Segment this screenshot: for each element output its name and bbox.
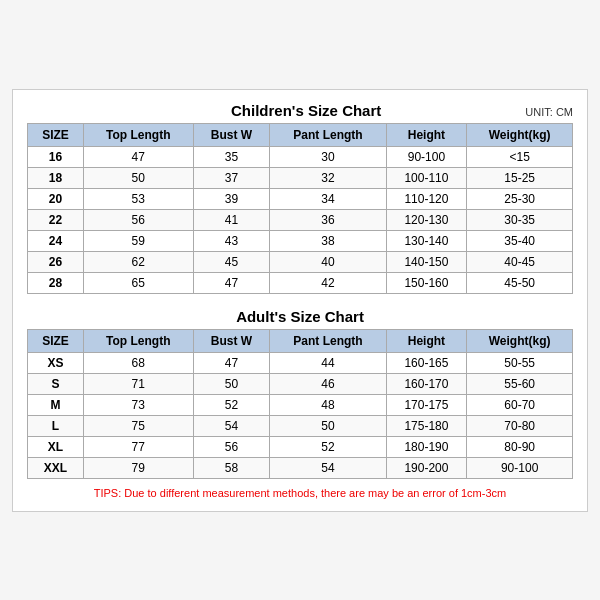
table-cell: 47 [193,352,270,373]
table-cell: 130-140 [386,230,467,251]
table-cell: 46 [270,373,386,394]
children-chart-title: Children's Size Chart [87,102,525,119]
adults-col-height: Height [386,329,467,352]
table-cell: 52 [193,394,270,415]
table-cell: 48 [270,394,386,415]
table-cell: 68 [84,352,193,373]
table-cell: 37 [193,167,270,188]
children-col-bustw: Bust W [193,123,270,146]
table-cell: 50 [193,373,270,394]
table-cell: 22 [28,209,84,230]
table-cell: 140-150 [386,251,467,272]
table-cell: M [28,394,84,415]
table-cell: 56 [84,209,193,230]
table-cell: 71 [84,373,193,394]
table-cell: 77 [84,436,193,457]
table-cell: 54 [193,415,270,436]
table-cell: 73 [84,394,193,415]
children-col-toplength: Top Length [84,123,193,146]
table-row: XS684744160-16550-55 [28,352,573,373]
table-cell: 40 [270,251,386,272]
table-cell: 30-35 [467,209,573,230]
table-cell: 60-70 [467,394,573,415]
adults-col-pantlength: Pant Length [270,329,386,352]
table-cell: 36 [270,209,386,230]
table-cell: 18 [28,167,84,188]
children-chart-section: Children's Size Chart UNIT: CM SIZE Top … [27,102,573,294]
table-cell: 90-100 [386,146,467,167]
table-cell: 59 [84,230,193,251]
table-cell: 75 [84,415,193,436]
adults-col-toplength: Top Length [84,329,193,352]
adults-header-row: SIZE Top Length Bust W Pant Length Heigh… [28,329,573,352]
table-cell: XL [28,436,84,457]
children-col-weight: Weight(kg) [467,123,573,146]
table-cell: 180-190 [386,436,467,457]
table-cell: 120-130 [386,209,467,230]
table-cell: XXL [28,457,84,478]
table-cell: 170-175 [386,394,467,415]
table-cell: 190-200 [386,457,467,478]
table-cell: 15-25 [467,167,573,188]
table-cell: 100-110 [386,167,467,188]
table-cell: 26 [28,251,84,272]
table-cell: XS [28,352,84,373]
table-row: 28654742150-16045-50 [28,272,573,293]
table-cell: 90-100 [467,457,573,478]
table-cell: 58 [193,457,270,478]
adults-chart-title: Adult's Size Chart [87,308,513,325]
table-row: 20533934110-12025-30 [28,188,573,209]
children-table: SIZE Top Length Bust W Pant Length Heigh… [27,123,573,294]
table-cell: 150-160 [386,272,467,293]
table-cell: 54 [270,457,386,478]
children-header-row: SIZE Top Length Bust W Pant Length Heigh… [28,123,573,146]
table-cell: 79 [84,457,193,478]
table-row: XXL795854190-20090-100 [28,457,573,478]
table-row: L755450175-18070-80 [28,415,573,436]
table-cell: 41 [193,209,270,230]
adults-col-weight: Weight(kg) [467,329,573,352]
children-col-pantlength: Pant Length [270,123,386,146]
table-cell: 80-90 [467,436,573,457]
table-cell: 25-30 [467,188,573,209]
table-cell: 55-60 [467,373,573,394]
adults-col-size: SIZE [28,329,84,352]
children-col-height: Height [386,123,467,146]
children-title-row: Children's Size Chart UNIT: CM [27,102,573,119]
table-cell: 52 [270,436,386,457]
table-cell: 38 [270,230,386,251]
table-cell: 160-165 [386,352,467,373]
tips-text: TIPS: Due to different measurement metho… [27,487,573,499]
table-cell: 47 [193,272,270,293]
unit-label: UNIT: CM [525,106,573,118]
table-row: 18503732100-11015-25 [28,167,573,188]
size-chart-container: Children's Size Chart UNIT: CM SIZE Top … [12,89,588,512]
table-cell: 45-50 [467,272,573,293]
table-cell: <15 [467,146,573,167]
table-row: XL775652180-19080-90 [28,436,573,457]
table-cell: 28 [28,272,84,293]
table-cell: 70-80 [467,415,573,436]
table-cell: 110-120 [386,188,467,209]
table-row: M735248170-17560-70 [28,394,573,415]
table-row: 1647353090-100<15 [28,146,573,167]
table-cell: 35 [193,146,270,167]
table-cell: 50 [84,167,193,188]
table-cell: 175-180 [386,415,467,436]
table-cell: 53 [84,188,193,209]
table-row: 24594338130-14035-40 [28,230,573,251]
table-cell: 24 [28,230,84,251]
table-cell: 65 [84,272,193,293]
table-cell: 35-40 [467,230,573,251]
table-cell: 62 [84,251,193,272]
table-cell: 45 [193,251,270,272]
table-cell: 34 [270,188,386,209]
table-cell: 50-55 [467,352,573,373]
adults-col-bustw: Bust W [193,329,270,352]
table-cell: 16 [28,146,84,167]
table-cell: 56 [193,436,270,457]
children-col-size: SIZE [28,123,84,146]
table-cell: 42 [270,272,386,293]
table-cell: 40-45 [467,251,573,272]
table-row: 22564136120-13030-35 [28,209,573,230]
